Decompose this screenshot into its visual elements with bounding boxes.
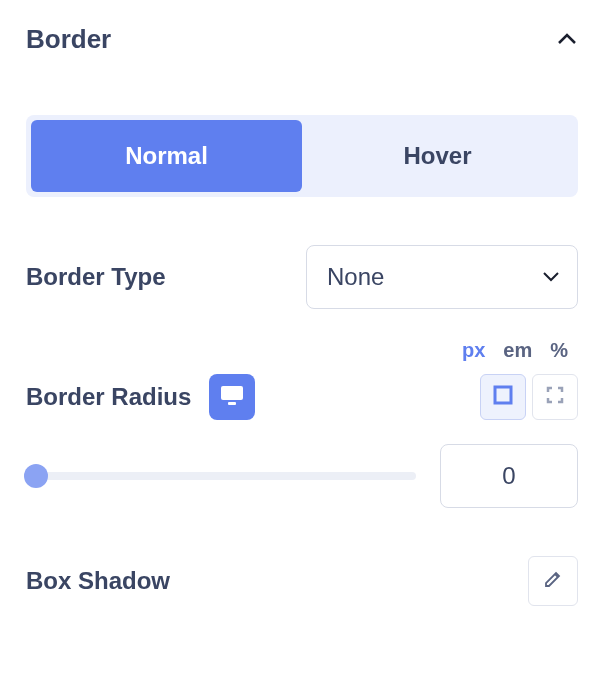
- pencil-icon: [542, 568, 564, 594]
- unit-px[interactable]: px: [462, 339, 485, 362]
- unit-percent[interactable]: %: [550, 339, 568, 362]
- chevron-up-icon: [557, 31, 577, 49]
- tab-hover[interactable]: Hover: [302, 120, 573, 192]
- border-type-value: None: [327, 263, 384, 291]
- border-radius-header: Border Radius: [26, 374, 578, 420]
- box-shadow-edit-button[interactable]: [528, 556, 578, 606]
- svg-rect-0: [221, 386, 243, 400]
- border-type-label: Border Type: [26, 263, 166, 291]
- border-type-select[interactable]: None: [306, 245, 578, 309]
- desktop-icon: [219, 384, 245, 410]
- box-shadow-label: Box Shadow: [26, 567, 170, 595]
- section-title: Border: [26, 24, 111, 55]
- border-radius-label: Border Radius: [26, 383, 191, 411]
- border-type-select-wrap: None: [306, 245, 578, 309]
- state-tabs: Normal Hover: [26, 115, 578, 197]
- link-values-unlinked[interactable]: [532, 374, 578, 420]
- collapse-toggle[interactable]: [556, 29, 578, 51]
- border-radius-left: Border Radius: [26, 374, 255, 420]
- unit-row: px em %: [26, 339, 578, 362]
- tab-normal[interactable]: Normal: [31, 120, 302, 192]
- box-shadow-row: Box Shadow: [26, 556, 578, 606]
- border-radius-input[interactable]: [440, 444, 578, 508]
- svg-rect-2: [495, 387, 511, 403]
- linked-icon: [491, 383, 515, 411]
- border-radius-slider-row: [26, 444, 578, 508]
- responsive-button[interactable]: [209, 374, 255, 420]
- border-type-row: Border Type None: [26, 245, 578, 309]
- link-values-group: [480, 374, 578, 420]
- section-header: Border: [26, 24, 578, 55]
- link-values-linked[interactable]: [480, 374, 526, 420]
- unlinked-icon: [543, 383, 567, 411]
- slider-thumb[interactable]: [24, 464, 48, 488]
- unit-em[interactable]: em: [503, 339, 532, 362]
- svg-rect-1: [228, 402, 236, 405]
- border-radius-slider[interactable]: [26, 472, 416, 480]
